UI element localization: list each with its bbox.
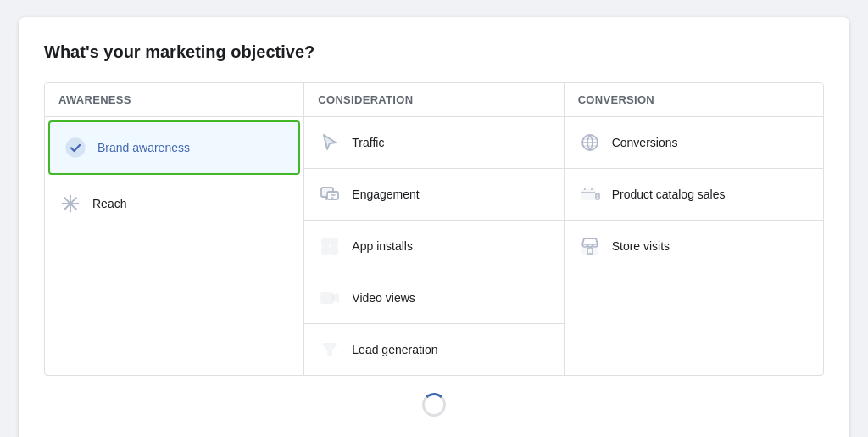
svg-point-6 xyxy=(70,210,71,212)
svg-rect-16 xyxy=(322,238,329,245)
app-installs-icon xyxy=(318,234,342,258)
engagement-icon xyxy=(318,182,342,206)
engagement-option[interactable]: Engagement xyxy=(304,169,563,221)
store-icon xyxy=(578,234,602,258)
svg-rect-17 xyxy=(322,247,329,254)
brand-awareness-label: Brand awareness xyxy=(97,141,190,154)
filter-icon xyxy=(318,338,342,361)
video-icon xyxy=(318,286,342,310)
brand-awareness-option[interactable]: Brand awareness xyxy=(48,120,300,175)
page-title: What's your marketing objective? xyxy=(44,42,824,62)
consideration-column: Consideration Traffic xyxy=(304,83,564,375)
svg-point-7 xyxy=(62,203,64,204)
svg-point-0 xyxy=(66,138,85,157)
check-circle-icon xyxy=(64,136,87,160)
lead-generation-option[interactable]: Lead generation xyxy=(304,324,563,375)
objective-columns: Awareness Brand awareness xyxy=(44,82,824,376)
svg-point-11 xyxy=(75,197,76,199)
engagement-label: Engagement xyxy=(352,188,419,201)
store-visits-label: Store visits xyxy=(612,239,670,253)
loading-spinner xyxy=(422,393,446,417)
svg-point-12 xyxy=(64,208,65,210)
svg-point-5 xyxy=(70,195,71,197)
product-catalog-sales-label: Product catalog sales xyxy=(612,188,726,201)
conversion-column: Conversion Conversions xyxy=(565,83,823,375)
marketing-objective-card: What's your marketing objective? Awarene… xyxy=(19,17,849,437)
store-visits-option[interactable]: Store visits xyxy=(565,221,823,272)
product-catalog-sales-option[interactable]: Product catalog sales xyxy=(565,169,823,221)
svg-rect-19 xyxy=(331,247,337,254)
svg-rect-18 xyxy=(331,238,337,245)
svg-point-10 xyxy=(75,208,76,210)
conversions-label: Conversions xyxy=(612,136,678,149)
traffic-label: Traffic xyxy=(352,136,384,149)
awareness-header: Awareness xyxy=(45,83,303,117)
svg-rect-22 xyxy=(581,190,595,199)
loading-area xyxy=(44,376,824,417)
svg-point-9 xyxy=(64,197,65,199)
reach-label: Reach xyxy=(92,197,126,210)
app-installs-label: App installs xyxy=(352,239,413,253)
app-installs-option[interactable]: App installs xyxy=(304,221,563,272)
video-views-option[interactable]: Video views xyxy=(304,272,563,324)
snowflake-icon xyxy=(58,192,82,216)
cart-icon xyxy=(578,182,602,206)
svg-rect-20 xyxy=(321,293,333,303)
conversions-option[interactable]: Conversions xyxy=(565,117,823,169)
svg-point-8 xyxy=(77,203,79,204)
video-views-label: Video views xyxy=(352,291,415,305)
consideration-header: Consideration xyxy=(304,83,563,117)
globe-icon xyxy=(578,131,602,154)
conversion-header: Conversion xyxy=(565,83,823,117)
traffic-option[interactable]: Traffic xyxy=(304,117,563,169)
awareness-column: Awareness Brand awareness xyxy=(45,83,304,375)
svg-rect-26 xyxy=(582,244,598,254)
lead-generation-label: Lead generation xyxy=(352,343,437,356)
cursor-icon xyxy=(318,131,342,154)
reach-option[interactable]: Reach xyxy=(45,178,303,229)
